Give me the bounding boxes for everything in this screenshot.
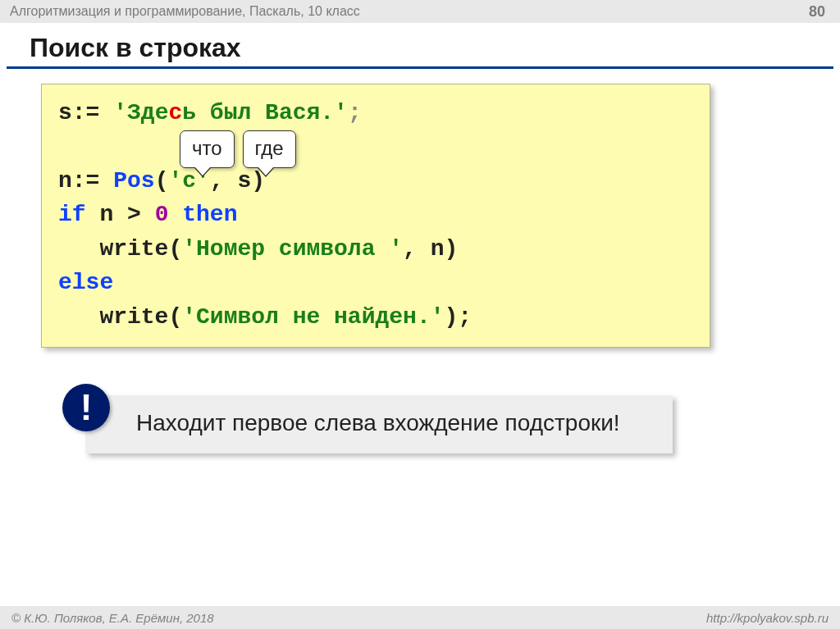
code-line-blank xyxy=(58,130,693,163)
code-text: n > xyxy=(86,202,155,227)
code-line-6: write('Символ не найден.'); xyxy=(58,300,693,334)
code-func: Pos xyxy=(113,168,154,194)
exclamation-icon: ! xyxy=(62,384,110,431)
code-string: ь был Вася. xyxy=(182,100,334,125)
code-text: write( xyxy=(58,304,182,330)
code-keyword: else xyxy=(58,270,113,295)
code-keyword: then xyxy=(182,202,237,227)
code-text: , s xyxy=(210,168,251,194)
title-rule xyxy=(7,66,833,69)
course-title: Алгоритмизация и программирование, Паска… xyxy=(10,4,360,19)
note-text: Находит первое слева вхождение подстроки… xyxy=(136,410,620,435)
code-punct: ( xyxy=(155,168,169,194)
code-text: , n) xyxy=(403,236,458,262)
code-text: ); xyxy=(445,304,472,330)
code-text: s:= xyxy=(58,100,113,125)
code-keyword: if xyxy=(58,202,86,227)
code-punct: ; xyxy=(348,100,362,125)
code-quote: ' xyxy=(113,100,127,125)
code-highlight: с xyxy=(168,100,182,125)
code-line-4: write('Номер символа ', n) xyxy=(58,232,693,266)
callout-bubbles: что где xyxy=(180,130,296,168)
header-bar: Алгоритмизация и программирование, Паска… xyxy=(0,0,840,23)
footer-url: http://kpolyakov.spb.ru xyxy=(706,611,829,625)
code-string: 'Символ не найден.' xyxy=(182,304,444,330)
code-text: n:= xyxy=(58,168,113,194)
code-line-3: if n > 0 then xyxy=(58,198,693,231)
code-string: 'Номер символа ' xyxy=(182,236,403,262)
bubble-where: где xyxy=(243,130,296,168)
footer-copyright: © К.Ю. Поляков, Е.А. Ерёмин, 2018 xyxy=(11,611,214,625)
code-line-2: n:= Pos('с', s) xyxy=(58,164,693,198)
code-number: 0 xyxy=(155,202,169,227)
code-text: write( xyxy=(58,236,182,262)
code-block: s:= 'Здесь был Вася.'; n:= Pos('с', s) i… xyxy=(41,84,710,348)
code-line-1: s:= 'Здесь был Вася.'; xyxy=(58,96,693,130)
page-title: Поиск в строках xyxy=(0,23,840,66)
note-box: ! Находит первое слева вхождение подстро… xyxy=(85,395,673,454)
footer-bar: © К.Ю. Поляков, Е.А. Ерёмин, 2018 http:/… xyxy=(0,606,840,629)
bubble-what: что xyxy=(180,130,235,168)
code-text xyxy=(168,202,182,227)
page-number: 80 xyxy=(809,3,825,21)
code-line-5: else xyxy=(58,266,693,299)
code-string: Зде xyxy=(127,100,168,125)
code-quote: ' xyxy=(334,100,348,125)
